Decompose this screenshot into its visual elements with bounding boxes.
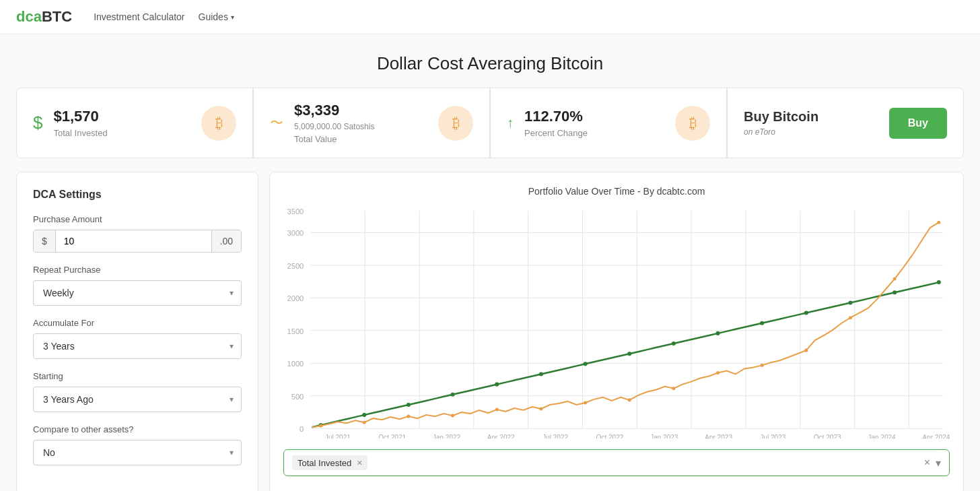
bitcoin-icon-invested: ₿ bbox=[201, 106, 236, 141]
accumulate-select[interactable]: 1 Year 2 Years 3 Years 5 Years bbox=[33, 333, 242, 359]
svg-point-43 bbox=[539, 372, 543, 376]
legend-tag-close[interactable]: × bbox=[357, 457, 362, 468]
purchase-amount-label: Purchase Amount bbox=[33, 214, 242, 224]
svg-point-50 bbox=[848, 300, 852, 304]
accumulate-select-wrapper: 1 Year 2 Years 3 Years 5 Years ▾ bbox=[33, 333, 242, 359]
svg-text:1000: 1000 bbox=[287, 360, 304, 368]
pulse-icon: 〜 bbox=[270, 114, 283, 132]
svg-point-46 bbox=[672, 341, 676, 346]
svg-point-44 bbox=[584, 362, 588, 366]
svg-point-65 bbox=[849, 316, 852, 319]
svg-point-61 bbox=[672, 387, 675, 390]
logo-dca: dca bbox=[16, 8, 42, 26]
buy-button[interactable]: Buy bbox=[889, 108, 947, 139]
legend-tag-label: Total Invested bbox=[298, 458, 351, 468]
content-row: DCA Settings Purchase Amount $ .00 Repea… bbox=[16, 172, 964, 491]
legend-expand-button[interactable]: ▾ bbox=[936, 457, 941, 469]
chart-area: Portfolio Value Over Time - By dcabtc.co… bbox=[269, 172, 964, 491]
purchase-amount-suffix: .00 bbox=[211, 230, 241, 252]
svg-point-39 bbox=[362, 413, 366, 417]
svg-point-48 bbox=[760, 321, 764, 325]
svg-text:Jan 2023: Jan 2023 bbox=[650, 434, 678, 438]
logo[interactable]: dcaBTC bbox=[16, 8, 72, 26]
svg-point-57 bbox=[495, 408, 499, 412]
svg-text:Apr 2024: Apr 2024 bbox=[922, 434, 950, 438]
stat-label-value: Total Value bbox=[294, 134, 374, 144]
form-group-accumulate: Accumulate For 1 Year 2 Years 3 Years 5 … bbox=[33, 318, 242, 359]
repeat-select[interactable]: Weekly Daily Monthly bbox=[33, 280, 242, 306]
compare-select-wrapper: No Yes ▾ bbox=[33, 440, 242, 465]
legend-clear-button[interactable]: × bbox=[924, 457, 930, 469]
portfolio-chart: 0 500 1000 1500 2000 2500 3000 3500 bbox=[283, 207, 950, 438]
stat-main-invested: $ $1,570 Total Invested bbox=[33, 108, 108, 138]
compare-select[interactable]: No Yes bbox=[33, 440, 242, 465]
svg-point-42 bbox=[495, 383, 499, 387]
bitcoin-icon-percent: ₿ bbox=[675, 106, 710, 141]
page-title: Dollar Cost Averaging Bitcoin bbox=[0, 34, 980, 88]
accumulate-label: Accumulate For bbox=[33, 318, 242, 328]
svg-text:Oct 2022: Oct 2022 bbox=[596, 434, 623, 438]
buy-title: Buy Bitcoin bbox=[744, 109, 818, 125]
svg-point-66 bbox=[893, 277, 897, 281]
svg-text:1500: 1500 bbox=[287, 327, 304, 335]
svg-text:Apr 2022: Apr 2022 bbox=[487, 434, 515, 438]
stat-card-buy: Buy Bitcoin on eToro Buy bbox=[727, 88, 964, 158]
form-group-starting: Starting 1 Year Ago 2 Years Ago 3 Years … bbox=[33, 371, 242, 412]
stat-main-value: 〜 $3,339 5,009,000.00 Satoshis Total Val… bbox=[270, 102, 374, 144]
stat-content-invested: $1,570 Total Invested bbox=[53, 108, 107, 138]
legend-bar: Total Invested × × ▾ bbox=[283, 449, 950, 476]
chevron-down-icon: ▾ bbox=[231, 13, 234, 21]
svg-point-54 bbox=[363, 421, 366, 424]
settings-panel: DCA Settings Purchase Amount $ .00 Repea… bbox=[16, 172, 258, 491]
starting-select[interactable]: 1 Year Ago 2 Years Ago 3 Years Ago 5 Yea… bbox=[33, 387, 242, 412]
form-group-purchase-amount: Purchase Amount $ .00 bbox=[33, 214, 242, 253]
svg-point-51 bbox=[893, 290, 897, 294]
stat-card-percent: ↑ 112.70% Percent Change ₿ bbox=[490, 88, 727, 158]
svg-point-41 bbox=[451, 393, 455, 397]
stat-amount-percent: 112.70% bbox=[524, 108, 588, 125]
svg-text:3000: 3000 bbox=[287, 229, 304, 237]
svg-point-53 bbox=[319, 424, 322, 428]
svg-point-67 bbox=[937, 221, 940, 224]
form-group-compare: Compare to other assets? No Yes ▾ bbox=[33, 424, 242, 465]
settings-title: DCA Settings bbox=[33, 189, 242, 201]
stats-row: $ $1,570 Total Invested ₿ 〜 $3,339 5,009… bbox=[16, 88, 964, 158]
stat-amount-invested: $1,570 bbox=[53, 108, 107, 125]
svg-point-52 bbox=[937, 280, 941, 284]
stat-label-invested: Total Invested bbox=[53, 128, 107, 138]
svg-text:Jan 2022: Jan 2022 bbox=[433, 434, 461, 438]
svg-point-60 bbox=[628, 398, 631, 401]
starting-select-wrapper: 1 Year Ago 2 Years Ago 3 Years Ago 5 Yea… bbox=[33, 387, 242, 412]
repeat-select-wrapper: Weekly Daily Monthly ▾ bbox=[33, 280, 242, 306]
chart-title: Portfolio Value Over Time - By dcabtc.co… bbox=[283, 186, 950, 197]
stat-card-total-invested: $ $1,570 Total Invested ₿ bbox=[16, 88, 253, 158]
purchase-amount-input-group: $ .00 bbox=[33, 230, 242, 253]
svg-text:3500: 3500 bbox=[287, 207, 304, 216]
compare-label: Compare to other assets? bbox=[33, 424, 242, 434]
dollar-icon: $ bbox=[33, 112, 42, 133]
svg-point-59 bbox=[584, 401, 587, 404]
svg-text:500: 500 bbox=[291, 393, 304, 401]
purchase-amount-input[interactable] bbox=[56, 230, 211, 252]
stat-card-total-value: 〜 $3,339 5,009,000.00 Satoshis Total Val… bbox=[253, 88, 490, 158]
starting-label: Starting bbox=[33, 371, 242, 381]
repeat-label: Repeat Purchase bbox=[33, 265, 242, 275]
svg-text:Oct 2021: Oct 2021 bbox=[378, 434, 406, 438]
legend-tag-total-invested: Total Invested × bbox=[292, 455, 368, 470]
form-group-repeat: Repeat Purchase Weekly Daily Monthly ▾ bbox=[33, 265, 242, 306]
svg-point-56 bbox=[451, 414, 454, 418]
svg-point-64 bbox=[804, 349, 808, 352]
svg-text:Jan 2024: Jan 2024 bbox=[868, 434, 896, 438]
nav-guides[interactable]: Guides ▾ bbox=[199, 11, 234, 22]
stat-content-percent: 112.70% Percent Change bbox=[524, 108, 588, 138]
svg-point-45 bbox=[627, 352, 631, 356]
buy-subtitle: on eToro bbox=[744, 127, 818, 137]
stat-amount-value: $3,339 bbox=[294, 102, 374, 119]
svg-point-58 bbox=[539, 407, 542, 410]
stat-label-percent: Percent Change bbox=[524, 128, 588, 138]
svg-text:2500: 2500 bbox=[287, 262, 304, 270]
svg-text:Jul 2023: Jul 2023 bbox=[760, 434, 786, 438]
bitcoin-icon-value: ₿ bbox=[438, 106, 473, 141]
nav-investment-calculator[interactable]: Investment Calculator bbox=[94, 11, 184, 22]
svg-point-49 bbox=[804, 311, 808, 315]
